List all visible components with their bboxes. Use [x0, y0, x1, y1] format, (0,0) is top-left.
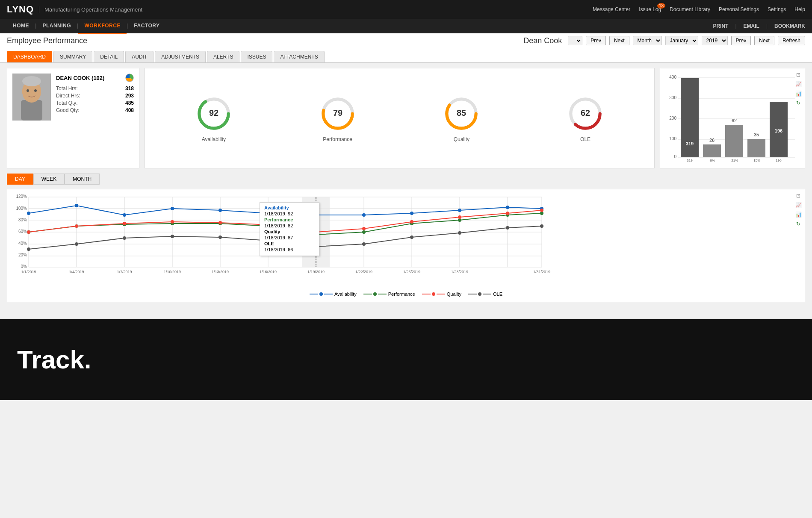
top-bar: LYNQ Manufacturing Operations Management…: [0, 0, 812, 19]
menu-factory[interactable]: FACTORY: [128, 18, 165, 34]
menu-home[interactable]: HOME: [7, 18, 35, 34]
gauge-ole-label: OLE: [580, 136, 591, 142]
prev-button[interactable]: Prev: [586, 36, 606, 45]
svg-point-107: [540, 212, 543, 215]
svg-text:Quality: Quality: [751, 162, 762, 162]
svg-point-129: [362, 242, 366, 246]
gauge-availability-label: Availability: [202, 136, 226, 142]
logo: LYNQ: [7, 4, 34, 15]
doc-library-link[interactable]: Document Library: [670, 6, 710, 12]
svg-point-6: [22, 76, 41, 86]
top-row: DEAN COOK (102) Total Hrs: 318 Direct H: [7, 68, 805, 168]
personal-settings-link[interactable]: Personal Settings: [719, 6, 759, 12]
line-chart-refresh-icon[interactable]: ↻: [794, 220, 802, 228]
svg-text:1/19/2019: 1/19/2019: [307, 270, 325, 274]
svg-point-113: [266, 223, 270, 227]
tab-adjustments[interactable]: ADJUSTMENTS: [155, 51, 206, 62]
period-select[interactable]: Month: [633, 36, 662, 45]
tab-issues[interactable]: ISSUES: [241, 51, 272, 62]
svg-text:300: 300: [669, 95, 676, 100]
page-header: Employee Performance Dean Cook Prev Next…: [0, 33, 812, 48]
time-btn-day[interactable]: DAY: [7, 174, 33, 185]
svg-point-112: [219, 221, 222, 224]
svg-rect-34: [725, 125, 743, 157]
menu-workforce[interactable]: WORKFORCE: [78, 18, 127, 34]
emp-pie-icon: [125, 74, 134, 82]
year-select[interactable]: 2019: [702, 36, 728, 45]
emp-stats: Total Hrs: 318 Direct Hrs: 293 Total Qty…: [56, 85, 134, 113]
svg-point-93: [506, 206, 509, 209]
svg-point-83: [75, 204, 78, 207]
line-chart-expand-icon[interactable]: ⊡: [794, 192, 802, 200]
menu-planning[interactable]: PLANNING: [36, 18, 77, 34]
svg-point-118: [458, 215, 461, 219]
svg-text:1/13/2019: 1/13/2019: [212, 270, 229, 274]
next-button[interactable]: Next: [609, 36, 629, 45]
next2-button[interactable]: Next: [754, 36, 774, 45]
svg-point-86: [219, 209, 222, 212]
tab-summary[interactable]: SUMMARY: [53, 51, 92, 62]
settings-link[interactable]: Settings: [768, 6, 786, 12]
employee-card: DEAN COOK (102) Total Hrs: 318 Direct H: [7, 68, 139, 168]
time-btn-row: DAY WEEK MONTH: [7, 174, 805, 185]
tab-audit[interactable]: AUDIT: [125, 51, 154, 62]
month-select[interactable]: January: [665, 36, 698, 45]
svg-text:100%: 100%: [16, 206, 27, 211]
svg-text:1/4/2019: 1/4/2019: [69, 270, 84, 274]
tab-detail[interactable]: DETAIL: [94, 51, 124, 62]
issue-log-wrap[interactable]: Issue Log 13: [639, 6, 661, 12]
help-link[interactable]: Help: [794, 6, 805, 12]
svg-point-117: [410, 220, 413, 224]
svg-text:35: 35: [754, 132, 759, 137]
time-btn-week[interactable]: WEEK: [33, 174, 65, 185]
bar-chart-svg: 400 300 200 100 0 319 26 62: [664, 73, 797, 162]
svg-point-125: [219, 235, 222, 239]
svg-text:92: 92: [209, 108, 219, 118]
svg-point-92: [458, 209, 461, 212]
svg-text:Performance: Performance: [724, 162, 744, 162]
svg-text:20%: 20%: [18, 253, 27, 257]
svg-rect-36: [747, 139, 765, 157]
refresh-button[interactable]: Refresh: [778, 36, 805, 45]
chart-icon-bar[interactable]: 📊: [794, 90, 802, 97]
svg-text:80%: 80%: [18, 218, 27, 222]
svg-text:1/28/2019: 1/28/2019: [451, 270, 468, 274]
svg-text:200: 200: [669, 116, 676, 121]
legend-performance-label: Performance: [388, 291, 415, 297]
svg-point-130: [410, 235, 413, 239]
legend-availability-label: Availability: [334, 291, 357, 297]
svg-point-103: [362, 230, 366, 234]
svg-point-110: [123, 222, 126, 225]
good-qty-row: Good Qty: 408: [56, 107, 134, 113]
svg-point-105: [458, 218, 461, 222]
svg-text:40%: 40%: [18, 241, 27, 246]
svg-rect-32: [703, 144, 721, 157]
gauge-availability-svg: 92: [195, 94, 233, 133]
message-center-link[interactable]: Message Center: [593, 6, 630, 12]
employee-dropdown[interactable]: [568, 36, 582, 45]
print-link[interactable]: PRINT: [713, 23, 728, 29]
line-chart-bar-icon[interactable]: 📊: [794, 211, 802, 218]
svg-text:62: 62: [732, 118, 737, 123]
svg-text:319: 319: [686, 141, 694, 146]
chart-icon-expand[interactable]: ⊡: [794, 71, 802, 79]
issue-badge: 13: [657, 3, 665, 9]
employee-photo-svg: [12, 74, 51, 121]
svg-point-108: [27, 230, 30, 234]
chart-icon-line[interactable]: 📈: [794, 80, 802, 88]
bookmark-link[interactable]: BOOKMARK: [774, 23, 805, 29]
tab-attachments[interactable]: ATTACHMENTS: [274, 51, 324, 62]
line-chart-line-icon[interactable]: 📈: [794, 201, 802, 209]
email-link[interactable]: EMAIL: [744, 23, 759, 29]
gauge-ole-svg: 62: [566, 94, 605, 133]
svg-point-119: [506, 212, 509, 215]
svg-point-4: [27, 89, 29, 92]
tab-alerts[interactable]: ALERTS: [207, 51, 239, 62]
time-btn-month[interactable]: MONTH: [65, 174, 100, 185]
tab-dashboard[interactable]: DASHBOARD: [7, 51, 52, 62]
gauge-ole: 62 OLE: [566, 94, 605, 142]
prev2-button[interactable]: Prev: [731, 36, 751, 45]
chart-icon-refresh[interactable]: ↻: [794, 99, 802, 107]
svg-text:1/16/2019: 1/16/2019: [260, 270, 277, 274]
legend-quality-label: Quality: [447, 291, 461, 297]
